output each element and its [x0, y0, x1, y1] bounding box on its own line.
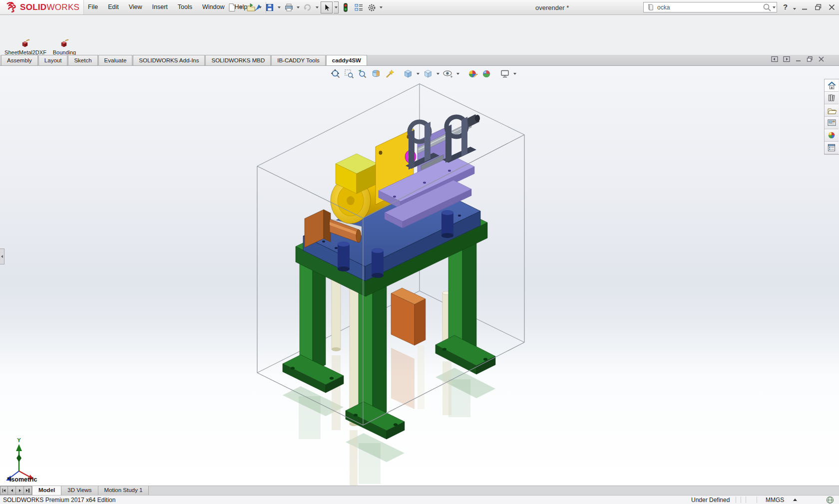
undo-button[interactable]	[302, 1, 314, 13]
model-tab-bar: Model 3D Views Motion Study 1	[0, 486, 839, 495]
view-palette-icon	[827, 118, 837, 127]
file-explorer-button[interactable]	[825, 104, 839, 117]
constraint-status: Under Defined	[691, 497, 730, 504]
selection-filter-button[interactable]	[340, 1, 352, 13]
minimize-button[interactable]	[801, 3, 809, 11]
tab-evaluate[interactable]: Evaluate	[98, 55, 133, 65]
new-document-button[interactable]	[226, 1, 238, 13]
new-document-dropdown[interactable]	[239, 1, 244, 13]
settings-button[interactable]	[366, 1, 378, 13]
search-dropdown[interactable]	[772, 1, 777, 13]
folder-icon	[827, 106, 837, 115]
new-document-icon	[227, 3, 236, 12]
solidworks-window: SOLIDWORKS File Edit View Insert Tools W…	[0, 0, 839, 504]
quick-access-toolbar	[226, 1, 384, 14]
tab-scroll-next-button[interactable]	[16, 486, 24, 495]
tab-scroll-first-button[interactable]	[0, 486, 8, 495]
tab-caddy4sw[interactable]: caddy4SW	[326, 55, 367, 65]
brand-text: SOLIDWORKS	[20, 2, 79, 12]
save-dropdown[interactable]	[277, 1, 282, 13]
edition-status: SOLIDWORKS Premium 2017 x64 Edition	[3, 497, 115, 504]
command-manager-tab-bar: Assembly Layout Sketch Evaluate SOLIDWOR…	[0, 55, 839, 66]
print-button[interactable]	[283, 1, 295, 13]
view-orientation-label: *Isometric	[7, 476, 37, 483]
addin-red-cube-icon	[60, 39, 69, 47]
reference-triad: Y	[6, 437, 34, 481]
open-button[interactable]	[245, 1, 257, 13]
addin-red-cube-icon	[21, 39, 30, 47]
select-tool-button[interactable]	[321, 1, 333, 13]
document-window-controls	[771, 56, 825, 62]
options-list-button[interactable]	[353, 1, 365, 13]
orange-cylinder-support[interactable]	[391, 288, 425, 345]
search-input[interactable]	[656, 4, 763, 11]
brand-light: WORKS	[46, 2, 79, 12]
tab-3d-views[interactable]: 3D Views	[61, 486, 98, 495]
tab-model[interactable]: Model	[32, 486, 61, 495]
settings-dropdown[interactable]	[379, 1, 384, 13]
search-scope-book-icon	[647, 3, 654, 11]
doc-restore-button[interactable]	[807, 56, 813, 62]
print-dropdown[interactable]	[296, 1, 301, 13]
tab-solidworks-mbd[interactable]: SOLIDWORKS MBD	[205, 55, 271, 65]
select-cursor-icon	[322, 3, 331, 12]
tab-motion-study-1[interactable]: Motion Study 1	[98, 486, 149, 495]
save-button[interactable]	[264, 1, 276, 13]
units-selector[interactable]: MMGS	[766, 497, 784, 504]
traffic-light-icon	[341, 2, 350, 12]
assembly-3d-model[interactable]: Y	[0, 66, 823, 486]
tab-scroll-prev-button[interactable]	[8, 486, 16, 495]
menu-view[interactable]: View	[124, 0, 147, 14]
pane-left-icon[interactable]	[771, 56, 778, 62]
undo-icon	[303, 3, 312, 12]
help-dropdown[interactable]	[792, 3, 797, 15]
pane-right-icon[interactable]	[783, 56, 790, 62]
tab-solidworks-add-ins[interactable]: SOLIDWORKS Add-Ins	[133, 55, 205, 65]
doc-minimize-button[interactable]	[795, 56, 802, 62]
task-pane-home-button[interactable]	[825, 79, 839, 92]
doc-close-button[interactable]	[818, 56, 825, 62]
tab-sketch[interactable]: Sketch	[68, 55, 97, 65]
design-library-button[interactable]	[825, 92, 839, 104]
menu-insert[interactable]: Insert	[147, 0, 173, 14]
solidworks-logo: SOLIDWORKS	[0, 0, 84, 14]
triad-y-label: Y	[17, 437, 21, 443]
tab-scroll-last-button[interactable]	[24, 486, 32, 495]
window-controls	[801, 3, 836, 11]
units-dropdown-arrow[interactable]	[793, 499, 797, 501]
appearances-sphere-icon	[827, 131, 836, 140]
menu-window[interactable]: Window	[197, 0, 229, 14]
tab-assembly[interactable]: Assembly	[1, 55, 38, 65]
menu-file[interactable]: File	[83, 0, 103, 14]
title-bar: SOLIDWORKS File Edit View Insert Tools W…	[0, 0, 839, 15]
document-title: overender *	[535, 4, 569, 11]
appearances-button[interactable]	[825, 129, 839, 142]
command-manager-ribbon: SheetMetal2DXF Bounding Box	[0, 15, 839, 55]
ds-logo-icon	[5, 2, 18, 13]
print-icon	[284, 3, 294, 12]
menu-edit[interactable]: Edit	[103, 0, 124, 14]
restore-button[interactable]	[815, 3, 822, 11]
home-icon	[827, 81, 837, 90]
settings-gear-icon	[367, 3, 377, 12]
globe-status-icon[interactable]	[826, 496, 834, 504]
save-icon	[265, 3, 274, 12]
close-button[interactable]	[828, 3, 836, 11]
menu-tools[interactable]: Tools	[173, 0, 197, 14]
search-icon[interactable]	[763, 3, 772, 12]
select-tool-dropdown[interactable]	[334, 1, 339, 13]
custom-properties-form-icon	[827, 143, 836, 152]
custom-properties-button[interactable]	[825, 142, 839, 154]
graphics-viewport[interactable]: Y *Isometric	[0, 66, 839, 486]
open-dropdown[interactable]	[258, 1, 263, 13]
options-list-icon	[354, 3, 364, 12]
tab-layout[interactable]: Layout	[38, 55, 68, 65]
tab-ib-caddy-tools[interactable]: IB-CADDY Tools	[271, 55, 326, 65]
open-icon	[246, 3, 256, 12]
undo-dropdown[interactable]	[315, 1, 320, 13]
task-pane-strip	[824, 79, 839, 155]
help-button[interactable]: ?	[783, 2, 788, 11]
view-palette-button[interactable]	[825, 117, 839, 129]
search-box[interactable]	[643, 2, 777, 12]
feature-panel-splitter[interactable]	[0, 249, 4, 264]
